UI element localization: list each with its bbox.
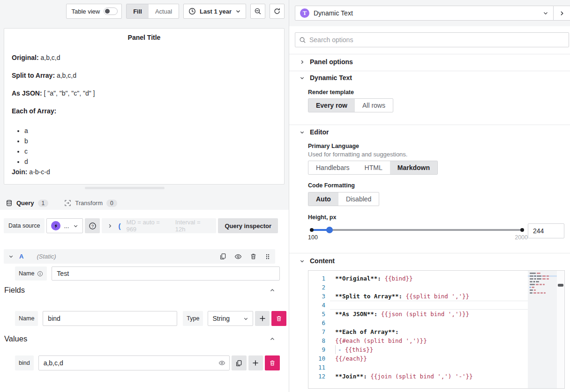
pane-resize-handle[interactable]: [85, 187, 165, 189]
query-name-label: Name: [15, 266, 47, 281]
slider-max-label: 2000: [502, 234, 528, 241]
datasource-help-button[interactable]: ?: [85, 218, 100, 233]
drag-handle-icon[interactable]: [265, 253, 270, 260]
code-line[interactable]: 12**Join**: {{join (split bind ',') '-'}…: [308, 372, 564, 381]
height-slider[interactable]: [311, 227, 523, 233]
remove-field-button[interactable]: [271, 311, 286, 326]
time-range-picker[interactable]: Last 1 year: [183, 4, 246, 19]
visualization-name: Dynamic Text: [314, 9, 353, 17]
slider-handle[interactable]: [326, 227, 333, 233]
delete-query-icon[interactable]: [250, 253, 257, 260]
panel-bullet: d: [24, 156, 277, 167]
code-text: - {{this}}: [335, 345, 373, 354]
editor-scrollbar[interactable]: [557, 271, 564, 388]
add-field-button[interactable]: [255, 311, 270, 326]
code-line[interactable]: 4: [308, 301, 564, 310]
section-editor[interactable]: Editor: [300, 127, 329, 137]
help-circle-icon: ?: [89, 222, 97, 230]
edit-pane-left: Table view Fill Actual Last 1 year Panel…: [0, 0, 289, 392]
chevron-down-icon[interactable]: [8, 254, 14, 259]
code-line[interactable]: 6: [308, 318, 564, 327]
add-value-button[interactable]: [248, 355, 263, 370]
code-line[interactable]: 10{{/each}}: [308, 354, 564, 363]
minimap[interactable]: [528, 271, 557, 388]
section-label: Editor: [310, 128, 329, 136]
eye-icon[interactable]: [218, 360, 225, 367]
code-line[interactable]: 2: [308, 283, 564, 292]
query-type-label: (Static): [37, 253, 56, 260]
code-text: {{#each (split bind ',')}}: [335, 336, 427, 345]
query-name-input[interactable]: [52, 266, 280, 281]
section-content[interactable]: Content: [300, 256, 335, 266]
search-icon: [299, 37, 306, 44]
value-input[interactable]: [38, 355, 230, 370]
plus-icon: [259, 315, 266, 322]
visualization-select[interactable]: T Dynamic Text: [295, 6, 554, 21]
chevron-down-icon: [73, 223, 78, 229]
option-every-row[interactable]: Every row: [308, 99, 355, 112]
query-ref-id: A: [19, 253, 23, 260]
line-number: 9: [308, 345, 325, 354]
code-line[interactable]: 7**Each of Array**:: [308, 327, 564, 336]
fit-actual-button[interactable]: Actual: [149, 4, 179, 18]
tab-transform[interactable]: Transform 0: [63, 196, 118, 210]
value-row: bind: [15, 355, 280, 370]
chevron-up-icon[interactable]: [270, 336, 275, 342]
chevron-down-icon: [235, 8, 241, 14]
query-options-collapsed[interactable]: ( MD = auto = 969 Interval = 12h: [102, 218, 216, 233]
time-range-label: Last 1 year: [200, 8, 232, 15]
chevron-up-icon[interactable]: [270, 288, 275, 293]
option-markdown[interactable]: Markdown: [390, 161, 437, 174]
code-line[interactable]: 3**Split to Array**: {{split bind ','}}: [308, 292, 564, 301]
option-disabled[interactable]: Disabled: [338, 192, 379, 206]
code-text: **As JSON**: {{json (split bind ',')}}: [335, 310, 469, 318]
zoom-out-icon: [254, 7, 262, 15]
line-number: 6: [308, 318, 325, 327]
datasource-picker[interactable]: ...: [46, 218, 83, 233]
panel-title: Panel Title: [4, 34, 284, 41]
fields-section-heading[interactable]: Fields: [4, 286, 275, 295]
hide-query-icon[interactable]: [234, 253, 242, 260]
query-inspector-button[interactable]: Query inspector: [218, 218, 278, 233]
field-type-select[interactable]: String: [208, 311, 253, 326]
code-line[interactable]: 5**As JSON**: {{json (split bind ',')}}: [308, 310, 564, 318]
fit-fill-button[interactable]: Fill: [127, 4, 149, 18]
option-auto[interactable]: Auto: [308, 192, 338, 206]
table-view-toggle[interactable]: [104, 7, 118, 15]
code-text: **Split to Array**: {{split bind ','}}: [335, 292, 469, 301]
remove-value-button[interactable]: [265, 355, 280, 370]
panel-bullet: c: [24, 146, 277, 156]
collapse-options-button[interactable]: [554, 6, 570, 21]
section-panel-options[interactable]: Panel options: [300, 57, 353, 67]
option-html[interactable]: HTML: [357, 161, 390, 174]
zoom-out-button[interactable]: [250, 4, 265, 19]
query-row-header[interactable]: A (Static): [4, 249, 275, 264]
tab-query[interactable]: Query 1: [5, 196, 49, 210]
scrollbar-thumb[interactable]: [558, 284, 563, 287]
trash-icon: [276, 315, 282, 322]
options-search[interactable]: [295, 32, 569, 47]
primary-language-desc: Used for formatting and suggestions.: [308, 151, 407, 158]
section-dynamic-text[interactable]: Dynamic Text: [300, 73, 352, 82]
code-line[interactable]: 9- {{this}}: [308, 345, 564, 354]
field-name-input[interactable]: [43, 311, 177, 326]
height-value-input[interactable]: [528, 223, 564, 238]
code-line[interactable]: 1**Original**: {{bind}}: [308, 274, 564, 283]
options-search-input[interactable]: [309, 36, 565, 44]
slider-track[interactable]: [311, 229, 523, 231]
transform-count-badge: 0: [106, 200, 117, 207]
option-handlebars[interactable]: Handlebars: [308, 161, 357, 174]
panel-bullet: b: [24, 136, 277, 146]
copy-value-button[interactable]: [232, 355, 247, 370]
content-code-editor[interactable]: 1**Original**: {{bind}}23**Split to Arra…: [308, 270, 565, 389]
line-number: 12: [308, 372, 325, 381]
refresh-button[interactable]: [270, 4, 285, 19]
section-label: Dynamic Text: [310, 74, 352, 81]
code-line[interactable]: 8{{#each (split bind ',')}}: [308, 336, 564, 345]
code-line[interactable]: 11: [308, 363, 564, 372]
values-section-heading[interactable]: Values: [4, 334, 275, 343]
panel-paragraph: Original: a,b,c,d: [12, 54, 277, 61]
duplicate-query-icon[interactable]: [219, 253, 226, 260]
join-label: Join:: [12, 168, 27, 176]
option-all-rows[interactable]: All rows: [355, 99, 393, 112]
